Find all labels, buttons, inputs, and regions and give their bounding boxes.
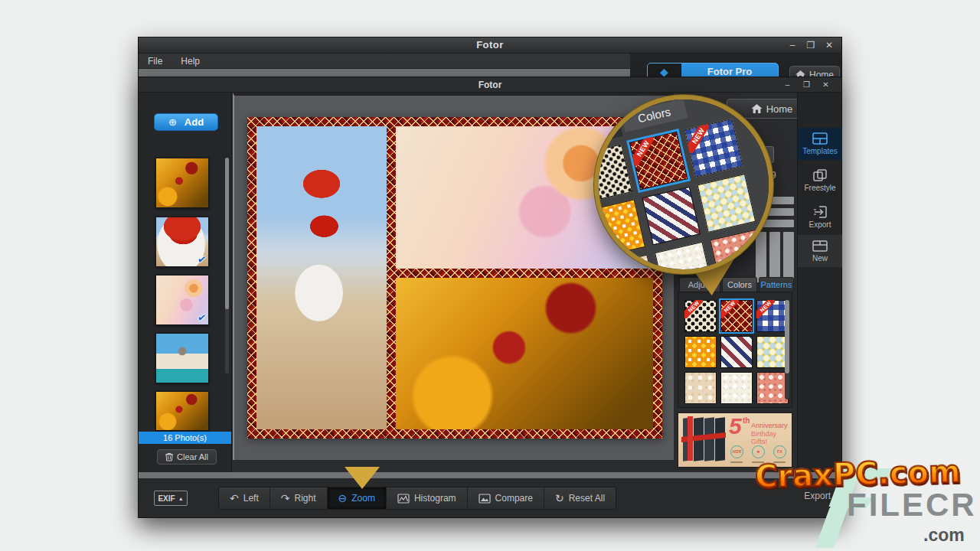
craxpc-watermark: CraxPC.com [754,453,977,494]
templates-label: Templates [802,147,838,155]
menu-file[interactable]: File [139,54,172,69]
patterns-panel: NEW NEW NEW [678,292,792,408]
rotate-right-button[interactable]: ↷ Right [270,487,328,509]
banner-line2: Birthday Gifts! [751,430,792,445]
close-button[interactable]: ✕ [820,37,838,53]
tab-patterns[interactable]: Patterns [759,277,794,292]
pattern-swatch-white-floral[interactable] [720,372,753,404]
magnified-swatch-stripes [642,187,701,246]
clear-all-button[interactable]: Clear All [157,449,217,465]
tool-freestyle[interactable]: Freestyle [798,165,842,197]
rotate-right-label: Right [294,493,315,504]
photo-sidebar: ⊕ Add ✔ ✔ 16 Photo(s) Clear All [139,93,232,472]
new-ribbon: NEW [629,137,658,166]
fx-badge: FX [773,445,786,458]
reset-all-label: Reset All [569,493,605,504]
layout-column-bar[interactable] [769,232,780,282]
pattern-swatch-red-plaid-selected[interactable]: NEW [720,300,753,332]
arrow-up-icon: ▲ [178,496,184,501]
home-icon [751,104,763,114]
zoom-button[interactable]: ⊖ Zoom [328,487,387,509]
rotate-left-button[interactable]: ↶ Left [219,487,270,509]
layout-column-bar[interactable] [783,232,794,282]
banner-number: 5 [729,415,742,438]
maximize-button[interactable]: ❐ [802,37,820,53]
menu-bar: File Help [139,54,630,69]
new-ribbon: NEW [756,300,775,318]
filecr-tld: .com [923,525,965,546]
tool-new[interactable]: New [798,235,842,267]
screenshot-root: Fotor – ❐ ✕ File Help ◆ Fotor Pro Home F… [0,0,980,551]
add-label: Add [185,116,204,128]
thumbnail-flower[interactable]: ✔ [155,275,209,325]
software-box [715,417,725,461]
collage-cell-girls-autumn[interactable] [396,278,653,429]
hdr-badge: HDR [730,445,743,458]
outer-title-bar[interactable]: Fotor – ❐ ✕ [139,37,841,54]
magnified-swatch-polka: NEW [594,144,632,203]
checkmark-icon: ✔ [197,311,207,324]
toolbar-button-group: ↶ Left ↷ Right ⊖ Zoom Histogram Comp [218,487,616,510]
rotate-left-icon: ↶ [230,493,239,504]
export-label: Export [809,220,831,229]
pattern-swatch-orange[interactable] [684,336,717,368]
pattern-swatch-flowers[interactable] [756,336,789,368]
magnified-patterns-panel: Adjust Colors NEW NEW NEW [594,95,773,274]
exif-button[interactable]: EXIF ▲ [154,491,188,506]
pattern-swatch-blue-gingham[interactable]: NEW [756,300,789,332]
magnified-swatch-flowers [697,174,756,233]
histogram-button[interactable]: Histogram [387,487,468,509]
right-tool-rail: Templates Freestyle Export New [797,93,841,472]
magnified-swatch-white-floral [655,242,714,274]
patterns-scrollbar[interactable] [785,300,789,399]
inner-maximize-button[interactable]: ❐ [797,79,816,90]
menu-help[interactable]: Help [172,54,209,69]
reset-all-button[interactable]: ↻ Reset All [544,487,616,509]
new-collage-icon [812,240,828,252]
collage-cell-beach-child[interactable] [256,126,387,429]
trash-icon [165,452,173,461]
gift-ribbon [688,416,693,461]
pattern-swatch-polka[interactable]: NEW [684,300,717,332]
new-ribbon: NEW [684,300,703,318]
thumbnail-girls-autumn-2[interactable] [155,391,209,431]
rotate-left-label: Left [243,493,259,504]
histogram-label: Histogram [414,493,456,504]
magnified-swatch-red-plaid-selected: NEW [629,132,688,191]
layout-column-bar[interactable] [756,232,766,282]
freestyle-icon [813,169,827,181]
reset-icon: ↻ [555,493,564,504]
photo-count-badge: 16 Photo(s) [139,432,231,444]
tab-colors[interactable]: Colors [722,277,757,292]
inner-close-button[interactable]: ✕ [816,79,835,90]
zoom-label: Zoom [351,493,375,504]
compare-button[interactable]: Compare [468,487,544,509]
tool-templates[interactable]: Templates [798,128,842,160]
pattern-swatch-beige-floral[interactable] [684,372,717,404]
add-photos-button[interactable]: ⊕ Add [154,113,218,131]
filecr-logo-stem [815,508,848,548]
checkmark-icon: ✔ [197,253,207,266]
magnifier-circle: Adjust Colors NEW NEW NEW [594,95,773,274]
thumbnail-venice[interactable] [155,333,209,383]
pattern-swatch-pink-floral[interactable] [756,372,789,404]
tool-export[interactable]: Export [798,201,842,233]
histogram-icon [397,494,410,504]
inner-title-bar[interactable]: Fotor – ❐ ✕ [139,77,841,93]
badge-caption [730,461,743,463]
thumbnail-girls-autumn[interactable] [155,158,209,208]
exif-label: EXIF [158,494,175,503]
sidebar-scrollbar-thumb[interactable] [225,158,229,309]
banner-line1: Anniversary [751,422,788,429]
pattern-swatch-stripes[interactable] [720,336,753,368]
thumbnail-beach-child[interactable]: ✔ [155,217,209,267]
inner-minimize-button[interactable]: – [778,79,797,90]
minimize-button[interactable]: – [783,37,802,53]
banner-ordinal: th [743,416,750,425]
outer-window-title: Fotor [139,39,841,51]
compare-icon [479,494,491,504]
inner-home-label: Home [766,103,793,115]
compare-label: Compare [495,493,533,504]
filecr-text: FILECR [847,487,977,523]
clear-all-label: Clear All [177,452,208,461]
